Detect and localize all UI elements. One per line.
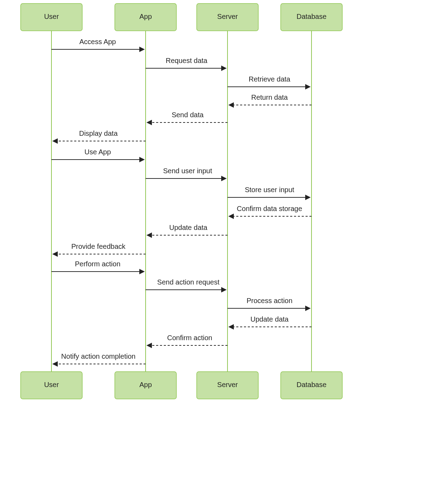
actor-server-label: Server	[217, 13, 238, 20]
msg-confirm-data-storage-label: Confirm data storage	[237, 205, 302, 212]
actor-app-label: App	[139, 13, 152, 20]
msg-send-user-input-label: Send user input	[163, 167, 212, 175]
msg-update-data-1-label: Update data	[169, 224, 208, 231]
actor-database-bottom: Database	[281, 372, 342, 399]
actor-database-label-bottom: Database	[296, 381, 327, 388]
actor-server-bottom: Server	[197, 372, 258, 399]
actor-app-bottom: App	[115, 372, 176, 399]
msg-update-data-2-label: Update data	[251, 315, 289, 323]
msg-access-app-label: Access App	[79, 38, 116, 45]
actor-server-top: Server	[197, 3, 258, 31]
msg-return-data-label: Return data	[251, 93, 288, 101]
msg-send-data-label: Send data	[172, 111, 204, 119]
msg-display-data-label: Display data	[79, 129, 118, 137]
actor-app-top: App	[115, 3, 176, 31]
actor-server-label-bottom: Server	[217, 381, 238, 388]
actor-user-label: User	[44, 13, 59, 20]
msg-send-action-request-label: Send action request	[157, 278, 219, 286]
msg-confirm-action-label: Confirm action	[167, 334, 212, 342]
sequence-diagram: User App Server Database Access App Requ…	[0, 0, 448, 498]
actor-database-top: Database	[281, 3, 342, 31]
msg-store-user-input-label: Store user input	[245, 186, 294, 194]
msg-request-data-label: Request data	[166, 57, 208, 64]
actor-app-label-bottom: App	[139, 381, 152, 388]
msg-notify-action-completion-label: Notify action completion	[61, 352, 135, 360]
msg-provide-feedback-label: Provide feedback	[71, 243, 126, 250]
actor-user-label-bottom: User	[44, 381, 59, 388]
msg-process-action-label: Process action	[246, 297, 292, 304]
msg-retrieve-data-label: Retrieve data	[249, 75, 291, 83]
msg-use-app-label: Use App	[84, 148, 111, 156]
msg-perform-action-label: Perform action	[75, 260, 120, 268]
actor-user-top: User	[21, 3, 82, 31]
actor-user-bottom: User	[21, 372, 82, 399]
actor-database-label: Database	[296, 13, 327, 20]
